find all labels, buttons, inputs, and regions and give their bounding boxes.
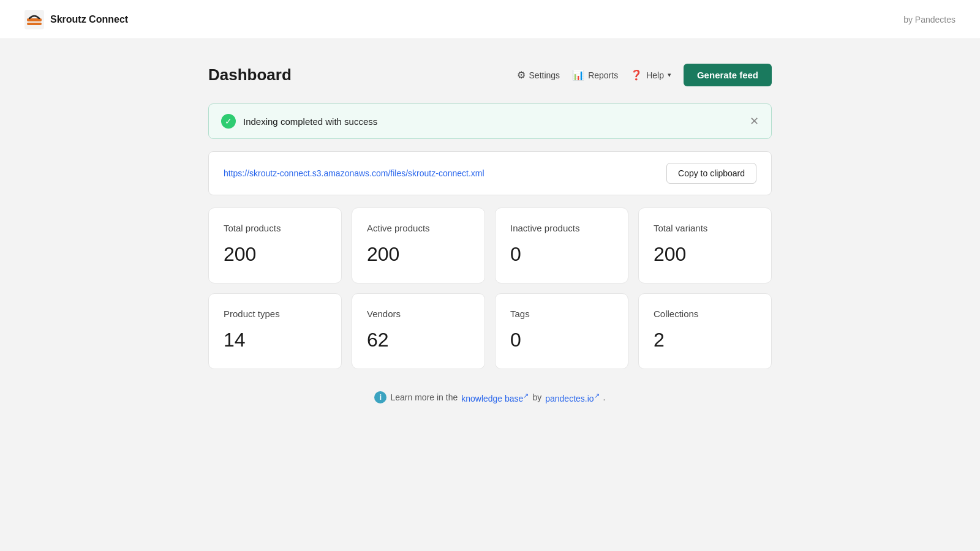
stat-value-inactive-products: 0 (510, 243, 613, 266)
stats-grid-row2: Product types 14 Vendors 62 Tags 0 Colle… (208, 293, 772, 369)
stat-label-total-variants: Total variants (654, 223, 756, 233)
stat-value-vendors: 62 (367, 329, 470, 351)
main-content: Dashboard ⚙ Settings 📊 Reports ❓ Help ▾ … (196, 39, 784, 428)
stat-label-inactive-products: Inactive products (510, 223, 613, 233)
info-icon: i (374, 391, 386, 403)
pandectes-link[interactable]: pandectes.io↗ (545, 392, 599, 403)
stat-value-total-products: 200 (224, 243, 326, 266)
app-logo-icon (24, 10, 44, 29)
generate-feed-button[interactable]: Generate feed (684, 64, 772, 86)
help-icon: ❓ (630, 69, 643, 81)
stat-card-product-types: Product types 14 (208, 293, 342, 369)
success-check-icon: ✓ (221, 114, 236, 129)
stat-label-collections: Collections (654, 309, 756, 319)
stat-value-total-variants: 200 (654, 243, 756, 266)
stat-value-tags: 0 (510, 329, 613, 351)
stat-card-total-products: Total products 200 (208, 208, 342, 283)
chevron-down-icon: ▾ (668, 71, 671, 79)
reports-link[interactable]: 📊 Reports (572, 69, 618, 81)
footer-prefix: Learn more in the (390, 392, 458, 402)
footer-by: by (532, 392, 541, 402)
url-bar: https://skroutz-connect.s3.amazonaws.com… (208, 151, 772, 195)
stat-card-tags: Tags 0 (495, 293, 628, 369)
feed-url-link[interactable]: https://skroutz-connect.s3.amazonaws.com… (224, 168, 484, 178)
help-link[interactable]: ❓ Help ▾ (630, 69, 671, 81)
success-banner-content: ✓ Indexing completed with success (221, 114, 377, 129)
svg-rect-2 (27, 23, 42, 25)
stat-value-collections: 2 (654, 329, 756, 351)
stat-label-active-products: Active products (367, 223, 470, 233)
stat-value-active-products: 200 (367, 243, 470, 266)
app-header: Skroutz Connect by Pandectes (0, 0, 980, 39)
page-header: Dashboard ⚙ Settings 📊 Reports ❓ Help ▾ … (208, 64, 772, 86)
external-link-icon-pandectes: ↗ (594, 392, 600, 399)
page-actions: ⚙ Settings 📊 Reports ❓ Help ▾ Generate f… (517, 64, 772, 86)
stat-label-product-types: Product types (224, 309, 326, 319)
knowledge-base-link[interactable]: knowledge base↗ (461, 392, 529, 403)
app-name: Skroutz Connect (50, 14, 128, 25)
stat-card-inactive-products: Inactive products 0 (495, 208, 628, 283)
stats-grid-row1: Total products 200 Active products 200 I… (208, 208, 772, 283)
stat-card-active-products: Active products 200 (352, 208, 485, 283)
stat-label-total-products: Total products (224, 223, 326, 233)
footer-info: i Learn more in the knowledge base↗ by p… (208, 391, 772, 403)
reports-label: Reports (588, 70, 618, 80)
page-title: Dashboard (208, 66, 292, 84)
external-link-icon-kb: ↗ (523, 392, 529, 399)
settings-link[interactable]: ⚙ Settings (517, 69, 560, 81)
stat-card-total-variants: Total variants 200 (638, 208, 772, 283)
header-left: Skroutz Connect (24, 10, 128, 29)
success-message: Indexing completed with success (243, 116, 377, 127)
reports-icon: 📊 (572, 69, 584, 81)
banner-close-button[interactable]: ✕ (750, 116, 759, 127)
stat-card-vendors: Vendors 62 (352, 293, 485, 369)
stat-card-collections: Collections 2 (638, 293, 772, 369)
stat-value-product-types: 14 (224, 329, 326, 351)
stat-label-tags: Tags (510, 309, 613, 319)
stat-label-vendors: Vendors (367, 309, 470, 319)
header-by: by Pandectes (903, 15, 956, 24)
settings-label: Settings (529, 70, 560, 80)
success-banner: ✓ Indexing completed with success ✕ (208, 103, 772, 139)
copy-to-clipboard-button[interactable]: Copy to clipboard (666, 163, 756, 184)
footer-suffix: . (603, 392, 606, 402)
settings-icon: ⚙ (517, 69, 526, 81)
help-label: Help (646, 70, 664, 80)
